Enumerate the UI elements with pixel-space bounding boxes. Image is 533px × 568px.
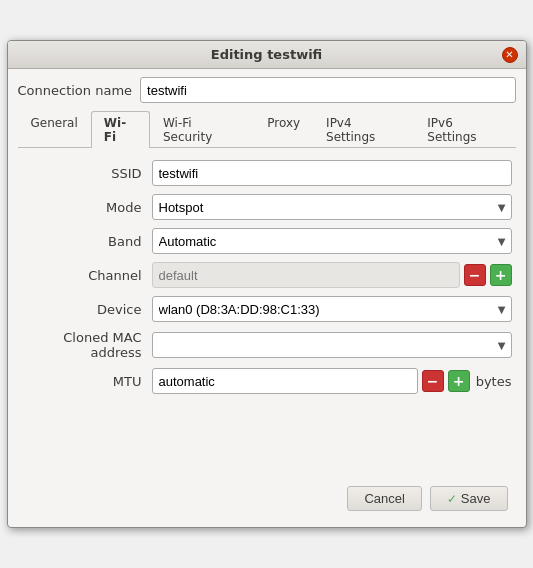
tab-bar: General Wi-Fi Wi-Fi Security Proxy IPv4 … <box>18 111 516 148</box>
channel-minus-button[interactable]: − <box>464 264 486 286</box>
band-label: Band <box>22 234 152 249</box>
close-button[interactable]: ✕ <box>502 47 518 63</box>
channel-input[interactable] <box>152 262 460 288</box>
ssid-row: SSID <box>22 160 512 186</box>
channel-plus-button[interactable]: + <box>490 264 512 286</box>
channel-row: Channel − + <box>22 262 512 288</box>
device-row: Device wlan0 (D8:3A:DD:98:C1:33) ▼ <box>22 296 512 322</box>
mtu-minus-button[interactable]: − <box>422 370 444 392</box>
mode-row: Mode Hotspot Infrastructure Ad-hoc ▼ <box>22 194 512 220</box>
mode-label: Mode <box>22 200 152 215</box>
mtu-input[interactable] <box>152 368 418 394</box>
device-select[interactable]: wlan0 (D8:3A:DD:98:C1:33) <box>152 296 512 322</box>
band-select[interactable]: Automatic A (5 GHz) B/G (2.4 GHz) <box>152 228 512 254</box>
titlebar: Editing testwifi ✕ <box>8 41 526 69</box>
connection-name-label: Connection name <box>18 83 133 98</box>
cloned-mac-row: Cloned MAC address ▼ <box>22 330 512 360</box>
bytes-label: bytes <box>476 374 512 389</box>
mode-select-wrapper: Hotspot Infrastructure Ad-hoc ▼ <box>152 194 512 220</box>
cloned-mac-select[interactable] <box>152 332 512 358</box>
tab-wifi-security[interactable]: Wi-Fi Security <box>150 111 254 148</box>
cloned-mac-select-wrapper: ▼ <box>152 332 512 358</box>
tab-ipv6[interactable]: IPv6 Settings <box>414 111 515 148</box>
channel-label: Channel <box>22 268 152 283</box>
window-content: Connection name General Wi-Fi Wi-Fi Secu… <box>8 69 526 527</box>
save-button[interactable]: ✓ Save <box>430 486 508 511</box>
mtu-label: MTU <box>22 374 152 389</box>
tab-general[interactable]: General <box>18 111 91 148</box>
ssid-label: SSID <box>22 166 152 181</box>
cancel-button[interactable]: Cancel <box>347 486 421 511</box>
connection-name-row: Connection name <box>18 77 516 103</box>
device-label: Device <box>22 302 152 317</box>
tab-proxy[interactable]: Proxy <box>254 111 313 148</box>
save-check-icon: ✓ <box>447 492 457 506</box>
save-label: Save <box>461 491 491 506</box>
tab-wifi[interactable]: Wi-Fi <box>91 111 150 148</box>
band-row: Band Automatic A (5 GHz) B/G (2.4 GHz) ▼ <box>22 228 512 254</box>
mtu-row: MTU − + bytes <box>22 368 512 394</box>
main-window: Editing testwifi ✕ Connection name Gener… <box>7 40 527 528</box>
band-select-wrapper: Automatic A (5 GHz) B/G (2.4 GHz) ▼ <box>152 228 512 254</box>
connection-name-input[interactable] <box>140 77 515 103</box>
form-section: SSID Mode Hotspot Infrastructure Ad-hoc … <box>18 160 516 394</box>
device-select-wrapper: wlan0 (D8:3A:DD:98:C1:33) ▼ <box>152 296 512 322</box>
ssid-input[interactable] <box>152 160 512 186</box>
window-title: Editing testwifi <box>32 47 502 62</box>
tab-ipv4[interactable]: IPv4 Settings <box>313 111 414 148</box>
footer: Cancel ✓ Save <box>18 474 516 517</box>
mode-select[interactable]: Hotspot Infrastructure Ad-hoc <box>152 194 512 220</box>
cloned-mac-label: Cloned MAC address <box>22 330 152 360</box>
mtu-plus-button[interactable]: + <box>448 370 470 392</box>
